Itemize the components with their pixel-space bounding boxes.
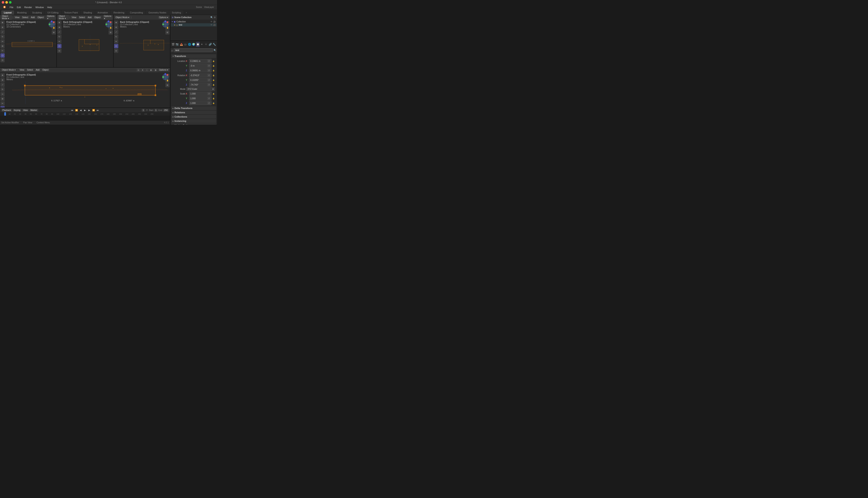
select-menu-tm[interactable]: Select: [78, 16, 86, 19]
play-prev-frame[interactable]: ◀: [79, 108, 82, 112]
tool-extra-tr[interactable]: ⊡: [114, 49, 118, 53]
marker-menu[interactable]: Marker: [29, 109, 38, 112]
prop-tab-world[interactable]: 🌍: [192, 42, 195, 47]
select-menu-tl[interactable]: Select: [21, 16, 29, 19]
options-tm[interactable]: Options ▾: [103, 15, 112, 20]
obj-search-icon[interactable]: 🔍: [214, 49, 216, 51]
rot-z-reset[interactable]: ↺: [207, 83, 210, 86]
sc-z-lock[interactable]: 🔒: [212, 102, 215, 105]
play-next-frame[interactable]: ▶: [88, 108, 91, 112]
tool-cursor-tm[interactable]: ⊕: [57, 25, 62, 29]
loc-z-reset[interactable]: ↺: [207, 69, 210, 72]
sc-z-reset[interactable]: ↺: [207, 102, 210, 105]
tab-geometry-nodes[interactable]: Geometry Nodes: [146, 11, 169, 15]
start-frame-value[interactable]: 1: [154, 109, 158, 112]
object-menu-tl[interactable]: Object: [37, 16, 45, 19]
tab-sculpting[interactable]: Sculpting: [30, 11, 44, 15]
viewport-overlay-btn[interactable]: ◎: [137, 68, 140, 72]
sc-y-lock[interactable]: 🔒: [212, 97, 215, 100]
options-tl[interactable]: Options ▾: [46, 15, 55, 20]
tool-select-tr[interactable]: ✥: [114, 21, 118, 25]
maximize-button[interactable]: [9, 1, 12, 4]
relations-header[interactable]: ▸ Relations: [171, 110, 216, 114]
prop-tab-render[interactable]: 📷: [175, 42, 179, 47]
transform-section-header[interactable]: ▾ Transform: [171, 54, 216, 58]
close-button[interactable]: [2, 1, 4, 4]
loc-y-field[interactable]: -0 m ↺: [189, 64, 212, 68]
tool-scale-tr[interactable]: ⇔: [114, 39, 118, 43]
tool-annotate-tl[interactable]: ✏: [0, 49, 5, 53]
current-frame-display[interactable]: 1: [142, 109, 145, 112]
play-next-keyframe[interactable]: ⏩: [92, 108, 95, 112]
sc-y-field[interactable]: 1.000 ↺: [189, 96, 212, 101]
tool-active-tr[interactable]: ⬡: [114, 44, 118, 48]
viewport-top-mid[interactable]: Object Mode ▾ | View Select Add Object O…: [57, 15, 114, 67]
tool-scale-b[interactable]: ⇔: [0, 92, 5, 96]
prop-tab-particles[interactable]: ✦: [200, 42, 204, 47]
rot-x-lock[interactable]: 🔒: [212, 74, 215, 77]
tool-active-tm[interactable]: ⬡: [57, 44, 62, 48]
mode-selector-tr[interactable]: Object Mode ▾: [114, 16, 130, 19]
tab-shading[interactable]: Shading: [81, 11, 94, 15]
prop-tab-object[interactable]: 🔲: [196, 42, 200, 47]
tab-modeling[interactable]: Modeling: [14, 11, 29, 15]
menu-file[interactable]: File: [8, 5, 15, 9]
minimize-button[interactable]: [5, 1, 8, 4]
prop-tab-scene2[interactable]: 🌐: [188, 42, 191, 47]
tool-annotate-b[interactable]: ✏: [0, 101, 5, 106]
tool-scale-tm[interactable]: ⇔: [57, 39, 62, 43]
prop-tab-constraints[interactable]: 🔗: [208, 42, 212, 47]
mesh-vis-icon[interactable]: 👁: [210, 24, 213, 26]
viewport-shading-solid[interactable]: ●: [141, 68, 144, 72]
options-tr[interactable]: Options ▾: [158, 16, 169, 19]
prop-tab-viewlayer[interactable]: 🗂: [184, 42, 187, 47]
prop-tab-output[interactable]: 📤: [180, 42, 183, 47]
rot-z-field[interactable]: -74.743° ↺: [189, 82, 212, 87]
tab-scripting[interactable]: Scripting: [169, 11, 184, 15]
tool-cursor-tl[interactable]: ⊕: [0, 25, 5, 29]
outliner-row-collection[interactable]: ▾ ▣ Collection 👁 🎥: [171, 20, 217, 23]
tool-select-b[interactable]: ✥: [0, 73, 5, 77]
outliner-row-test[interactable]: ▸ △ test 👁 🎥: [171, 23, 217, 26]
viewport-top-right[interactable]: Object Mode ▾ | Options ▾ Back Orthograp…: [114, 15, 170, 67]
collection-vis-icon[interactable]: 👁: [210, 21, 213, 23]
collections-header[interactable]: ▸ Collections: [171, 115, 216, 119]
mode-selector-tl[interactable]: Object Mode ▾: [1, 15, 12, 20]
add-workspace-button[interactable]: +: [184, 11, 189, 15]
loc-y-lock[interactable]: 🔒: [212, 64, 215, 67]
tab-rendering[interactable]: Rendering: [111, 11, 127, 15]
sc-x-field[interactable]: 1.000 ↺: [189, 92, 212, 96]
tool-select-tl[interactable]: ✥: [0, 21, 5, 25]
loc-x-reset[interactable]: ↺: [207, 60, 210, 63]
loc-x-lock[interactable]: 🔒: [212, 60, 215, 63]
sc-x-lock[interactable]: 🔒: [212, 92, 215, 95]
play-last-frame[interactable]: ⏭: [96, 108, 100, 112]
tool-move-tm[interactable]: ⤢: [57, 30, 62, 34]
select-menu-b[interactable]: Select: [26, 68, 34, 71]
loc-z-field[interactable]: 0.36691 m ↺: [189, 68, 212, 73]
view-menu-b[interactable]: View: [18, 68, 25, 71]
loc-z-lock[interactable]: 🔒: [212, 69, 215, 72]
options-b[interactable]: Options ▾: [158, 68, 169, 71]
tool-cursor-b[interactable]: ⊕: [0, 78, 5, 82]
rot-z-lock[interactable]: 🔒: [212, 83, 215, 86]
view-menu-tl[interactable]: View: [14, 16, 21, 19]
menu-blender[interactable]: [1, 5, 8, 10]
mode-selector-b[interactable]: Object Mode ▾: [1, 68, 17, 71]
tool-active-b[interactable]: ⬡: [0, 106, 5, 107]
collection-render-icon[interactable]: 🎥: [213, 21, 216, 23]
end-frame-value[interactable]: 250: [163, 109, 169, 112]
rotation-mode-selector[interactable]: XYZ Euler ▾: [186, 87, 215, 91]
tab-texture-paint[interactable]: Texture Paint: [62, 11, 80, 15]
tab-uv-editing[interactable]: UV Editing: [45, 11, 61, 15]
play-prev-keyframe[interactable]: ⏪: [75, 108, 78, 112]
tool-extra-tm[interactable]: ⊡: [57, 49, 62, 53]
viewport-top-left[interactable]: Object Mode ▾ | View Select Add Object O…: [0, 15, 57, 67]
tool-select-tm[interactable]: ✥: [57, 21, 62, 25]
rot-x-field[interactable]: -0.37413° ↺: [189, 73, 212, 77]
delta-transform-header[interactable]: ▸ Delta Transform: [171, 106, 216, 110]
tool-move-b[interactable]: ⤢: [0, 82, 5, 87]
sc-y-reset[interactable]: ↺: [207, 97, 210, 100]
instancing-header[interactable]: ▸ Instancing: [171, 119, 216, 123]
play-first-frame[interactable]: ⏮: [71, 108, 74, 112]
